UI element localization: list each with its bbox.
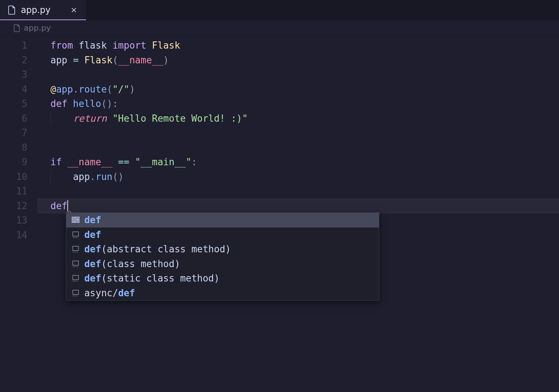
line-number: 2	[0, 53, 37, 68]
line-number: 6	[0, 111, 37, 126]
line-number: 14	[0, 228, 37, 243]
code-line: app.run()	[37, 170, 559, 184]
code-line: app = Flask(__name__)	[37, 53, 559, 68]
breadcrumb-filename[interactable]: app.py	[24, 23, 51, 32]
snippet-icon	[71, 230, 80, 239]
line-number: 9	[0, 155, 37, 170]
line-number: 7	[0, 126, 37, 140]
line-number: 11	[0, 184, 37, 199]
suggest-item[interactable]: def(class method)	[66, 257, 379, 271]
code-line	[37, 67, 559, 82]
suggest-label: def	[84, 215, 101, 225]
snippet-icon	[71, 274, 80, 283]
code-area[interactable]: from flask import Flask app = Flask(__na…	[37, 36, 559, 392]
suggest-item[interactable]: async/def	[66, 286, 379, 301]
code-editor[interactable]: 1 2 3 4 5 6 7 8 9 10 11 12 13 14 from fl…	[0, 36, 559, 392]
svg-rect-0	[72, 217, 75, 218]
line-number: 12	[0, 199, 37, 213]
code-line: def hello():	[37, 96, 559, 111]
line-number: 8	[0, 140, 37, 155]
suggest-label: def(class method)	[84, 258, 180, 269]
tab-bar: app.py	[0, 0, 559, 20]
line-number: 1	[0, 38, 37, 53]
svg-rect-4	[72, 221, 74, 222]
code-line	[37, 140, 559, 155]
suggest-item[interactable]: def	[66, 227, 379, 242]
snippet-icon	[71, 245, 80, 253]
intellisense-popup[interactable]: def def def(abstract class method)	[66, 212, 379, 301]
line-number: 3	[0, 67, 37, 82]
line-number: 4	[0, 82, 37, 97]
file-icon	[8, 5, 16, 15]
close-icon	[71, 7, 77, 13]
code-line	[37, 126, 559, 140]
line-number: 10	[0, 170, 37, 184]
snippet-icon	[71, 260, 80, 268]
suggest-label: async/def	[84, 288, 135, 298]
tab-label: app.py	[21, 5, 64, 15]
code-line-current: def	[37, 199, 559, 213]
suggest-label: def(abstract class method)	[84, 244, 231, 254]
snippet-icon	[71, 289, 80, 297]
suggest-item[interactable]: def	[66, 213, 379, 227]
code-line: from flask import Flask	[37, 38, 559, 53]
line-number: 5	[0, 96, 37, 111]
code-line: @app.route("/")	[37, 82, 559, 97]
svg-rect-1	[76, 217, 79, 218]
suggest-label: def	[84, 229, 101, 240]
svg-rect-3	[78, 219, 79, 220]
suggest-item[interactable]: def(static class method)	[66, 271, 379, 286]
suggest-label: def(static class method)	[84, 273, 220, 284]
code-line	[37, 184, 559, 199]
code-line: if __name__ == "__main__":	[37, 155, 559, 170]
tab-app-py[interactable]: app.py	[0, 0, 86, 20]
svg-rect-2	[72, 219, 77, 220]
file-icon	[14, 24, 20, 32]
line-number-gutter: 1 2 3 4 5 6 7 8 9 10 11 12 13 14	[0, 36, 37, 392]
code-line: return "Hello Remote World! :)"	[37, 111, 559, 126]
suggest-item[interactable]: def(abstract class method)	[66, 242, 379, 257]
svg-rect-5	[75, 221, 79, 222]
breadcrumb-bar: app.py	[0, 20, 559, 36]
line-number: 13	[0, 213, 37, 228]
tab-close-button[interactable]	[69, 5, 79, 15]
keyword-icon	[71, 216, 80, 224]
